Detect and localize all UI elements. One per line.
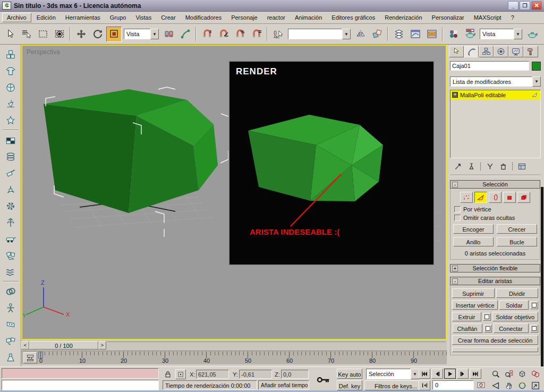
next-frame-icon[interactable] xyxy=(457,369,469,379)
quick-render-icon[interactable] xyxy=(524,27,540,42)
track-bar[interactable]: 0102030405060708090100 xyxy=(21,351,447,364)
field-of-view-icon[interactable] xyxy=(489,380,502,391)
key-step-icon[interactable] xyxy=(419,380,430,390)
menu-archivo[interactable]: Archivo xyxy=(2,13,31,22)
zoom-icon[interactable] xyxy=(489,368,502,380)
display-tab[interactable] xyxy=(508,46,523,57)
checkbox[interactable] xyxy=(454,206,461,212)
fracture-icon[interactable] xyxy=(2,247,19,263)
rollout-seleccion-header[interactable]: - Selección xyxy=(450,180,540,189)
time-slider[interactable]: 0 / 100 xyxy=(29,341,98,350)
edge-subobject-icon[interactable] xyxy=(474,192,487,203)
polygon-subobject-icon[interactable] xyxy=(503,192,516,203)
lock-selection-icon[interactable] xyxy=(164,370,172,379)
target-weld-button[interactable]: Soldar objetivo xyxy=(492,312,538,321)
go-end-icon[interactable] xyxy=(470,369,481,379)
partial-button[interactable] xyxy=(452,347,538,352)
collapse-icon[interactable]: - xyxy=(452,182,458,188)
angle-snap-icon[interactable] xyxy=(216,27,231,42)
named-selection-dropdown[interactable]: ▼ xyxy=(288,29,351,39)
restore-button[interactable]: ❐ xyxy=(520,1,530,10)
menu-animaci-n[interactable]: Animación xyxy=(291,13,326,22)
menu-modificadores[interactable]: Modificadores xyxy=(181,13,226,22)
material-editor-icon[interactable] xyxy=(446,27,461,42)
spinner-snap-icon[interactable] xyxy=(249,27,264,42)
collapse-icon[interactable]: - xyxy=(452,278,458,284)
percent-snap-icon[interactable]: % xyxy=(232,27,248,42)
hierarchy-tab[interactable] xyxy=(479,46,494,57)
extrude-settings-icon[interactable] xyxy=(483,313,491,321)
preview-animation-icon[interactable] xyxy=(2,333,19,349)
def-key-button[interactable]: Def. key xyxy=(337,380,362,390)
ignore-backfacing-checkbox-row[interactable]: Omitir caras ocultas xyxy=(454,215,538,221)
rectangular-selection-icon[interactable] xyxy=(35,27,50,42)
chevron-down-icon[interactable]: ▼ xyxy=(342,29,351,39)
analyze-world-icon[interactable] xyxy=(2,349,19,365)
ring-button[interactable]: Anillo xyxy=(453,237,494,246)
rigid-body-collection-icon[interactable] xyxy=(2,46,19,63)
key-filters-button[interactable]: Filtros de keys... xyxy=(364,380,427,390)
create-shape-button[interactable]: Crear forma desde selección xyxy=(452,335,538,345)
motion-tab[interactable] xyxy=(494,46,508,57)
constraint-solver-icon[interactable] xyxy=(2,283,19,300)
selection-set-dropdown[interactable]: Selección ▼ xyxy=(366,369,419,379)
toy-car-icon[interactable] xyxy=(2,231,19,247)
minimize-button[interactable]: _ xyxy=(508,1,518,10)
menu-personalizar[interactable]: Personalizar xyxy=(428,13,469,22)
chevron-down-icon[interactable]: ▼ xyxy=(150,29,159,39)
menu-edici-n[interactable]: Edición xyxy=(32,13,60,22)
selection-filter-icon[interactable] xyxy=(52,27,67,42)
select-by-name-icon[interactable] xyxy=(19,27,34,42)
render-type-dropdown[interactable]: Vista▼ xyxy=(480,29,522,39)
scale-icon[interactable] xyxy=(106,27,122,42)
divide-button[interactable]: Dividir xyxy=(496,288,539,298)
z-coord-field[interactable]: 0,0 xyxy=(281,370,309,379)
menu-crear[interactable]: Crear xyxy=(157,13,180,22)
loop-button[interactable]: Bucle xyxy=(497,237,537,246)
menu-renderizaci-n[interactable]: Renderización xyxy=(380,13,426,22)
ragdoll-icon[interactable] xyxy=(2,300,19,316)
angular-dashpot-icon[interactable] xyxy=(2,181,19,198)
menu-vistas[interactable]: Vistas xyxy=(131,13,156,22)
show-end-result-icon[interactable] xyxy=(465,161,477,172)
viewport-label[interactable]: Perspectiva xyxy=(27,48,60,56)
menu-reactor[interactable]: reactor xyxy=(263,13,290,22)
menu-grupo[interactable]: Grupo xyxy=(106,13,131,22)
rope-collection-icon[interactable] xyxy=(2,96,19,112)
perspective-viewport[interactable]: Z X Y Perspectiva RENDER ARISTA INDESEAB… xyxy=(21,45,447,340)
modify-tab[interactable] xyxy=(464,46,479,57)
object-color-swatch[interactable] xyxy=(532,62,541,71)
prev-frame-arrow[interactable]: < xyxy=(21,341,29,350)
curve-editor-icon[interactable] xyxy=(407,27,423,42)
schematic-view-icon[interactable] xyxy=(424,27,439,42)
delete-button[interactable]: Suprimir xyxy=(452,288,495,298)
layer-manager-icon[interactable] xyxy=(391,27,406,42)
weld-button[interactable]: Soldar xyxy=(499,300,529,310)
remove-modifier-icon[interactable] xyxy=(497,161,509,172)
time-slider-track[interactable] xyxy=(107,342,446,349)
extrude-button[interactable]: Extruir xyxy=(452,312,481,321)
absolute-mode-icon[interactable] xyxy=(175,369,186,379)
go-start-icon[interactable] xyxy=(419,369,430,379)
prev-frame-icon[interactable] xyxy=(431,369,443,379)
pivot-center-icon[interactable] xyxy=(161,27,176,42)
insert-vertex-button[interactable]: Insertar vértice xyxy=(452,300,498,310)
grow-button[interactable]: Crecer xyxy=(497,224,537,234)
x-coord-field[interactable]: 621,05 xyxy=(196,370,229,379)
expand-icon[interactable]: + xyxy=(452,92,458,98)
soft-body-collection-icon[interactable] xyxy=(2,79,19,96)
checkbox[interactable] xyxy=(454,215,461,221)
pin-stack-icon[interactable] xyxy=(452,161,464,172)
menu-maxscript[interactable]: MAXScript xyxy=(470,13,506,22)
menu-herramientas[interactable]: Herramientas xyxy=(61,13,105,22)
utilities-tab[interactable] xyxy=(523,46,538,57)
align-icon[interactable] xyxy=(369,27,385,42)
time-configuration-icon[interactable] xyxy=(477,381,486,389)
set-key-icon[interactable] xyxy=(312,370,335,389)
key-auto-button[interactable]: Key auto xyxy=(337,369,362,379)
chevron-down-icon[interactable]: ▼ xyxy=(411,369,419,379)
arc-rotate-icon[interactable] xyxy=(515,380,529,391)
plank-icon[interactable] xyxy=(2,316,19,333)
menu-personaje[interactable]: Personaje xyxy=(227,13,262,22)
mirror-icon[interactable] xyxy=(353,27,368,42)
